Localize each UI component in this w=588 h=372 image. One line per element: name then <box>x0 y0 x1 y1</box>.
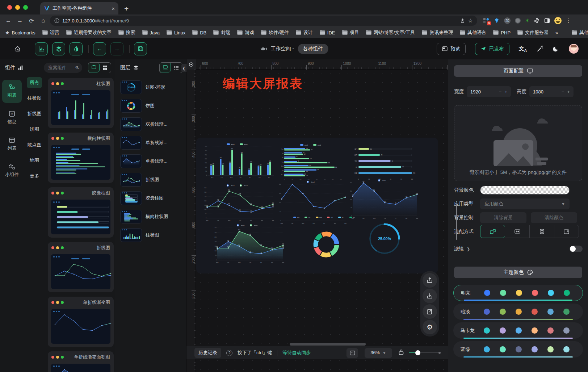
bookmark-folder-item[interactable]: 运营 <box>42 29 59 36</box>
collapse-panel-handle[interactable]: ❮ <box>181 64 186 72</box>
component-card[interactable]: 胶囊柱图 <box>48 187 114 238</box>
component-card[interactable]: 折线图 <box>48 242 114 292</box>
bookmark-folder-item[interactable]: IDE <box>320 30 335 35</box>
side-panel-icon[interactable] <box>544 18 550 24</box>
fit-width-option[interactable] <box>505 225 530 238</box>
board-chart-capsule[interactable]: 厦门20南阳40北京60上海80新疆100020406080100 <box>350 143 419 180</box>
browser-menu-icon[interactable]: ⋮ <box>566 17 572 24</box>
board-chart-line1g[interactable]: data1050100150200MonTueWedThuFriSatSun12… <box>347 178 419 220</box>
language-icon[interactable]: 文A <box>519 45 527 53</box>
dashboard-title-text[interactable]: 编辑大屏报表 <box>223 75 303 92</box>
tab-charts[interactable]: 图表 <box>2 80 22 103</box>
export-button[interactable] <box>423 273 437 288</box>
layer-list-view-toggle[interactable] <box>171 63 182 73</box>
undo-button[interactable]: ← <box>93 42 106 55</box>
theme-row-暗淡[interactable]: 暗淡 <box>453 304 583 320</box>
board-chart-hbar2[interactable]: data1data2050100150200250300350Sun130160… <box>277 143 346 180</box>
category-item-6[interactable]: 更多 <box>27 171 42 181</box>
profile-avatar-icon[interactable] <box>554 17 562 24</box>
theme-row-蓝绿[interactable]: 蓝绿 <box>453 341 583 358</box>
height-minus-button[interactable]: − <box>562 89 564 95</box>
bookmark-folder-item[interactable]: 前端 <box>213 29 230 36</box>
bookmark-folder-item[interactable]: 其他语言 <box>460 29 486 36</box>
fit-scale-option[interactable] <box>480 225 505 238</box>
panel-scrollbar[interactable] <box>456 204 457 240</box>
forward-icon[interactable]: → <box>15 16 25 25</box>
circle-extension-icon[interactable] <box>515 18 521 24</box>
component-card[interactable]: 单折线渐变图 <box>48 297 114 347</box>
star-extension-icon[interactable]: ✶ <box>525 17 530 24</box>
board-chart-bar2[interactable]: data1data2050100150200250300350120130Mon… <box>201 142 275 179</box>
layers-create-button[interactable] <box>52 42 65 55</box>
command-extension-icon[interactable]: ⌘ <box>504 17 511 24</box>
background-upload-dropzone[interactable]: 背景图需小于 5M，格式为 png/jpg/gif 的文件 <box>454 105 582 181</box>
width-plus-button[interactable]: + <box>504 89 507 95</box>
height-plus-button[interactable]: + <box>567 89 570 95</box>
redo-button[interactable]: → <box>110 42 123 55</box>
layer-item[interactable]: 横向柱状图 <box>120 210 183 223</box>
window-close-button[interactable] <box>7 5 12 10</box>
bookmark-folder-item[interactable]: 设计 <box>296 29 313 36</box>
layer-item[interactable]: 单折线渐... <box>120 154 183 168</box>
width-value[interactable]: 1920 <box>470 89 496 95</box>
single-view-toggle[interactable] <box>88 62 100 72</box>
filter-toggle[interactable] <box>570 246 583 252</box>
save-button[interactable] <box>134 42 147 55</box>
history-panel-icon[interactable] <box>346 348 358 358</box>
back-icon[interactable]: ← <box>4 16 13 25</box>
bookmark-folder-item[interactable]: DB <box>192 30 206 35</box>
fit-height-option[interactable] <box>529 225 554 238</box>
bookmark-folder-item[interactable]: 游戏 <box>237 29 254 36</box>
bookmark-folder-item[interactable]: Java <box>142 30 160 35</box>
layer-thumbnail-view-toggle[interactable] <box>159 62 171 72</box>
window-maximize-button[interactable] <box>23 5 28 10</box>
category-item-1[interactable]: 柱状图 <box>25 93 45 104</box>
user-avatar[interactable] <box>569 44 579 54</box>
clear-color-button[interactable]: 清除颜色 <box>531 212 577 223</box>
magic-wand-icon[interactable] <box>536 45 543 53</box>
category-item-0[interactable]: 所有 <box>27 77 42 88</box>
tab-list[interactable]: 列表 <box>2 133 22 156</box>
address-bar[interactable]: 127.0.0.1:3000/#/chart/home/9 ☆ <box>50 16 477 26</box>
layer-item[interactable]: 25.00%饼图-环形 <box>120 80 183 94</box>
workspace-name-pill[interactable]: 各种组件 <box>298 44 328 54</box>
bookmark-star-icon[interactable]: ☆ <box>468 17 473 24</box>
extensions-shortcut-icon[interactable]: 9 <box>483 17 490 24</box>
editor-canvas[interactable]: 6007008009001000110012001300 20030040050… <box>186 59 448 372</box>
bookmark-folder-item[interactable]: 资讯未整理 <box>422 29 453 36</box>
fit-stretch-option[interactable] <box>554 225 579 238</box>
horizontal-scrollbar[interactable] <box>290 343 366 346</box>
bookmarks-overflow-chevron[interactable]: » <box>555 30 558 35</box>
layer-item[interactable]: 饼图 <box>120 99 183 113</box>
bg-color-swatch[interactable] <box>480 186 570 195</box>
layer-item[interactable]: 胶囊柱图 <box>120 191 183 205</box>
publish-button[interactable]: 已发布 <box>475 43 509 55</box>
home-icon[interactable]: ⌂ <box>38 16 48 25</box>
window-minimize-button[interactable] <box>15 5 20 10</box>
preview-button[interactable]: 预览 <box>437 43 466 55</box>
bookmark-folder-item[interactable]: Linux <box>167 30 185 35</box>
width-minus-button[interactable]: − <box>499 89 502 95</box>
height-stepper[interactable]: 1080 − + <box>529 86 574 97</box>
width-stepper[interactable]: 1920 − + <box>467 86 511 97</box>
help-icon[interactable]: ? <box>226 350 232 356</box>
chart-create-button[interactable] <box>35 42 48 55</box>
dashboard-board[interactable]: data1data2050100150200250300350120130Mon… <box>196 138 438 273</box>
theme-row-马卡龙[interactable]: 马卡龙 <box>453 322 583 339</box>
zoom-slider-knob[interactable] <box>415 350 420 355</box>
download-button[interactable] <box>423 289 437 303</box>
bookmark-folder-item[interactable]: 网站/博客/文章/工具 <box>366 29 415 36</box>
board-chart-ring[interactable]: 25.00% <box>353 218 416 259</box>
browser-tab[interactable]: 工作空间-各种组件 × <box>40 2 118 14</box>
bookmark-folder-item[interactable]: 文件服务器 <box>517 29 549 36</box>
reload-icon[interactable]: ⟳ <box>27 16 36 25</box>
bookmark-folder-item[interactable]: 搜索 <box>118 29 135 36</box>
settings-gear-button[interactable]: ⚙ <box>423 320 437 334</box>
height-value[interactable]: 1080 <box>533 89 559 95</box>
category-item-2[interactable]: 折线图 <box>25 108 45 119</box>
layer-item[interactable]: 折线图 <box>120 173 183 187</box>
category-item-3[interactable]: 饼图 <box>27 124 42 135</box>
bookmark-folder-item[interactable]: 近期需要读的文章 <box>66 29 112 36</box>
tab-close-icon[interactable]: × <box>112 5 115 12</box>
bookmark-folder-item[interactable]: 项目 <box>342 29 359 36</box>
